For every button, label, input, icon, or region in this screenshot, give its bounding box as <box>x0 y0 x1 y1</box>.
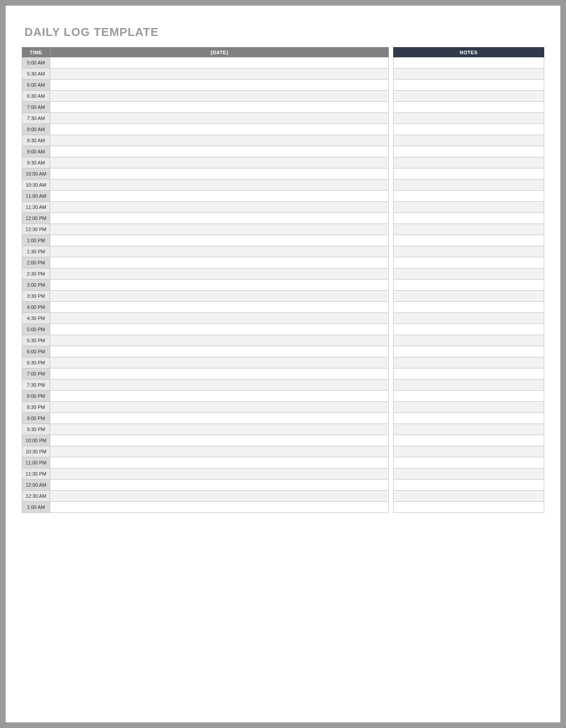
notes-cell[interactable] <box>393 435 544 446</box>
entry-cell[interactable] <box>50 480 389 491</box>
notes-cell[interactable] <box>393 191 544 202</box>
notes-cell[interactable] <box>393 502 544 513</box>
entry-cell[interactable] <box>50 91 389 102</box>
notes-cell[interactable] <box>393 113 544 124</box>
notes-cell[interactable] <box>393 68 544 80</box>
notes-cell[interactable] <box>393 224 544 235</box>
entry-cell[interactable] <box>50 224 389 235</box>
notes-cell[interactable] <box>393 180 544 191</box>
notes-cell[interactable] <box>393 202 544 213</box>
notes-cell[interactable] <box>393 257 544 268</box>
notes-cell[interactable] <box>393 102 544 113</box>
notes-cell[interactable] <box>393 302 544 313</box>
notes-cell[interactable] <box>393 57 544 68</box>
notes-cell[interactable] <box>393 480 544 491</box>
entry-cell[interactable] <box>50 268 389 280</box>
entry-cell[interactable] <box>50 235 389 246</box>
entry-cell[interactable] <box>50 213 389 224</box>
notes-cell[interactable] <box>393 91 544 102</box>
entry-cell[interactable] <box>50 191 389 202</box>
entry-cell[interactable] <box>50 68 389 80</box>
time-cell: 7:30 PM <box>22 380 50 391</box>
entry-cell[interactable] <box>50 446 389 457</box>
notes-cell[interactable] <box>393 124 544 135</box>
notes-cell[interactable] <box>393 491 544 502</box>
notes-cell[interactable] <box>393 135 544 146</box>
notes-cell[interactable] <box>393 446 544 457</box>
time-cell: 1:00 PM <box>22 235 50 246</box>
entry-cell[interactable] <box>50 102 389 113</box>
notes-cell[interactable] <box>393 268 544 280</box>
row-spacer <box>389 113 393 124</box>
notes-cell[interactable] <box>393 235 544 246</box>
time-cell: 8:30 PM <box>22 402 50 413</box>
entry-cell[interactable] <box>50 257 389 268</box>
entry-cell[interactable] <box>50 168 389 180</box>
table-row: 12:30 PM <box>22 224 544 235</box>
entry-cell[interactable] <box>50 280 389 291</box>
table-row: 11:00 AM <box>22 191 544 202</box>
notes-cell[interactable] <box>393 80 544 91</box>
entry-cell[interactable] <box>50 80 389 91</box>
entry-cell[interactable] <box>50 413 389 424</box>
entry-cell[interactable] <box>50 357 389 368</box>
entry-cell[interactable] <box>50 57 389 68</box>
notes-cell[interactable] <box>393 280 544 291</box>
notes-cell[interactable] <box>393 146 544 157</box>
notes-cell[interactable] <box>393 457 544 468</box>
notes-cell[interactable] <box>393 324 544 335</box>
entry-cell[interactable] <box>50 313 389 324</box>
table-row: 6:30 PM <box>22 357 544 368</box>
notes-cell[interactable] <box>393 213 544 224</box>
entry-cell[interactable] <box>50 491 389 502</box>
entry-cell[interactable] <box>50 291 389 302</box>
entry-cell[interactable] <box>50 346 389 357</box>
entry-cell[interactable] <box>50 124 389 135</box>
notes-cell[interactable] <box>393 168 544 180</box>
notes-cell[interactable] <box>393 157 544 168</box>
notes-cell[interactable] <box>393 246 544 257</box>
entry-cell[interactable] <box>50 202 389 213</box>
row-spacer <box>389 191 393 202</box>
entry-cell[interactable] <box>50 380 389 391</box>
entry-cell[interactable] <box>50 135 389 146</box>
row-spacer <box>389 124 393 135</box>
time-cell: 7:00 AM <box>22 102 50 113</box>
table-row: 1:30 PM <box>22 246 544 257</box>
notes-cell[interactable] <box>393 313 544 324</box>
notes-cell[interactable] <box>393 335 544 346</box>
entry-cell[interactable] <box>50 324 389 335</box>
row-spacer <box>389 235 393 246</box>
entry-cell[interactable] <box>50 391 389 402</box>
entry-cell[interactable] <box>50 457 389 468</box>
entry-cell[interactable] <box>50 468 389 480</box>
entry-cell[interactable] <box>50 502 389 513</box>
entry-cell[interactable] <box>50 435 389 446</box>
table-row: 1:00 AM <box>22 502 544 513</box>
time-cell: 4:30 PM <box>22 313 50 324</box>
table-row: 11:00 PM <box>22 457 544 468</box>
notes-cell[interactable] <box>393 402 544 413</box>
entry-cell[interactable] <box>50 157 389 168</box>
entry-cell[interactable] <box>50 113 389 124</box>
entry-cell[interactable] <box>50 368 389 380</box>
notes-cell[interactable] <box>393 368 544 380</box>
entry-cell[interactable] <box>50 424 389 435</box>
notes-cell[interactable] <box>393 291 544 302</box>
notes-cell[interactable] <box>393 391 544 402</box>
notes-cell[interactable] <box>393 380 544 391</box>
entry-cell[interactable] <box>50 180 389 191</box>
table-row: 9:00 PM <box>22 413 544 424</box>
notes-cell[interactable] <box>393 413 544 424</box>
entry-cell[interactable] <box>50 335 389 346</box>
notes-cell[interactable] <box>393 357 544 368</box>
entry-cell[interactable] <box>50 246 389 257</box>
entry-cell[interactable] <box>50 302 389 313</box>
notes-cell[interactable] <box>393 468 544 480</box>
notes-cell[interactable] <box>393 346 544 357</box>
row-spacer <box>389 146 393 157</box>
time-cell: 2:30 PM <box>22 268 50 280</box>
notes-cell[interactable] <box>393 424 544 435</box>
entry-cell[interactable] <box>50 146 389 157</box>
entry-cell[interactable] <box>50 402 389 413</box>
